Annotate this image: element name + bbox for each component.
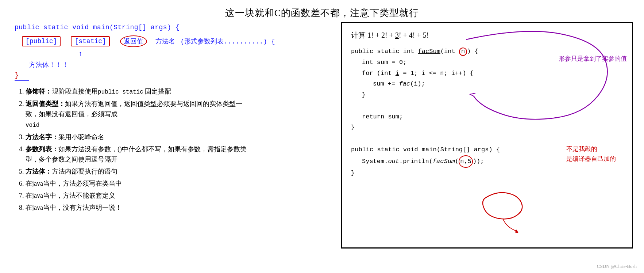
list-item-5: 方法体：方法内部要执行的语句 [26,166,299,177]
static-box: [static] [71,36,109,46]
right-panel: 计算 1! + 2! + 3! + 4! + 5! public static … [341,22,633,249]
facsum-line6 [351,101,623,111]
method-body-comment: 方法体！！！ [29,60,299,69]
code-block-main: public static void main(String[] args) {… [351,144,623,178]
return-value-oval: 返回值 [120,35,147,47]
page-title: 这一块就和C的函数差不都，注意下类型就行 [0,0,644,23]
int-keyword: int [403,48,414,55]
method-name-label: 方法名 [155,37,175,46]
out-italic: out [388,158,399,165]
int-param: int [444,48,455,55]
facsum-line5: } [351,90,623,101]
code-line-main: public static void main(String[] args) { [15,24,299,31]
list-item-3-bold: 方法名字： [26,133,58,141]
underline-decoration [15,80,29,81]
facsum-call: facSum [433,158,455,165]
list-item-7: 在java当中，方法不能嵌套定义 [26,190,299,201]
calc-title: 计算 1! + 2! + 3! + 4! + 5! [351,30,623,40]
list-item-1-mono: public static [98,89,143,95]
list-item-1-bold: 修饰符： [26,88,52,95]
code-block-facsum: public static int facSum(int n) { int su… [351,46,623,133]
method-name-text [150,38,154,45]
facsum-line8: } [351,122,623,133]
left-panel: public static void main(String[] args) {… [15,24,299,214]
list-item-6: 在java当中，方法必须写在类当中 [26,178,299,189]
arrow-up-icon: ↑ [78,49,82,57]
facsum-line4: sum += fac(i); [351,79,623,90]
fac-call: fac [399,80,410,87]
public-box: [public] [22,36,61,46]
facsum-name: facSum [418,48,440,55]
sum-var: sum [373,80,384,87]
not-me-line2: 是编译器自己加的 [566,154,616,164]
not-me-line1: 不是我敲的 [566,144,616,154]
method-syntax-diagram: [public] [static] 返回值 方法名 (形式参数列表.......… [22,35,299,68]
arg-n5: n,5 [459,155,473,168]
list-item-2-bold: 返回值类型： [26,100,65,107]
list-item-1: 修饰符：现阶段直接使用public static 固定搭配 [26,86,299,97]
list-item-4: 参数列表：如果方法没有参数，()中什么都不写，如果有参数，需指定参数类型，多个参… [26,144,299,165]
facsum-line3: for (int i = 1; i <= n; i++) { [351,68,623,79]
list-item-2-void: void [26,122,39,129]
main-line3: } [351,168,623,179]
list-section: 修饰符：现阶段直接使用public static 固定搭配 返回值类型：如果方法… [15,86,299,213]
list-item-4-bold: 参数列表： [26,145,58,153]
watermark: CSDN @Chris-Bosh [597,263,637,269]
facsum-line7: return sum; [351,111,623,122]
list-item-2: 返回值类型：如果方法有返回值，返回值类型必须要与返回回的实体类型一致，如果没有返… [26,99,299,130]
list-item-5-bold: 方法体： [26,168,52,175]
list-item-3: 方法名字：采用小驼峰命名 [26,132,299,143]
params-text: (形式参数列表..........) { [177,37,275,46]
not-me-annotation: 不是我敲的 是编译器自己加的 [566,144,616,164]
param-n: n [459,48,467,56]
divider [351,139,623,139]
loop-i: i [396,70,399,77]
svg-marker-0 [515,230,518,233]
underline-3: 3 [395,31,399,39]
list-item-8: 在java当中，没有方法声明一说！ [26,202,299,213]
closing-brace: } [15,71,299,80]
purple-annotation: 形参只是拿到了实参的值 [559,53,627,64]
